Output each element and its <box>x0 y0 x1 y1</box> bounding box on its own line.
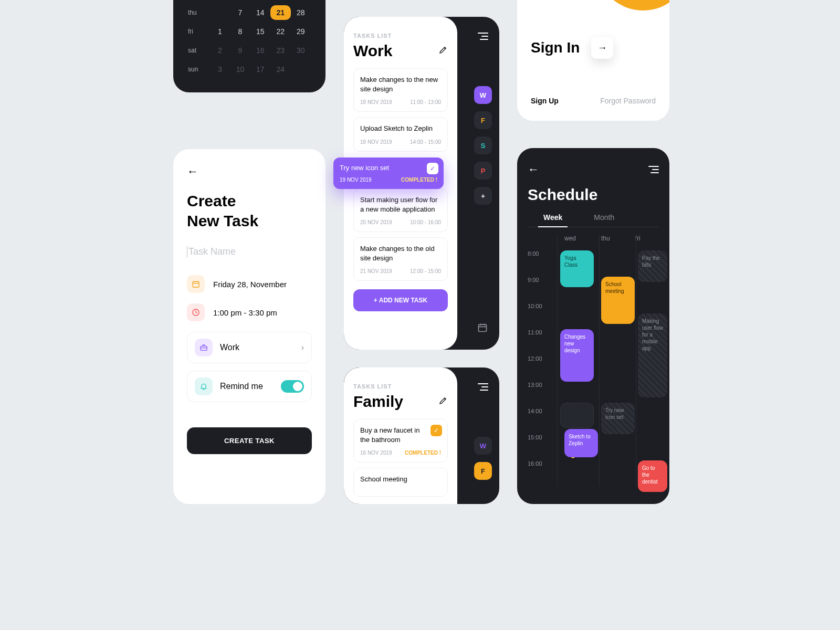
sidebar-item-work[interactable]: W <box>474 86 492 104</box>
back-arrow-icon[interactable]: ← <box>187 165 312 178</box>
task-name-input[interactable]: Task Name <box>187 246 312 257</box>
time-row[interactable]: 1:00 pm - 3:30 pm <box>187 303 312 321</box>
tab-week[interactable]: Week <box>543 213 562 222</box>
day-header: wed <box>564 235 576 242</box>
sidebar-item-family[interactable]: F <box>474 462 492 480</box>
hour-label: 8:00 <box>528 250 542 257</box>
event-flow[interactable]: Making user flow for a mobile app <box>638 313 667 397</box>
event-icons[interactable]: Try new icon set <box>601 403 635 434</box>
schedule-grid: wed thu fri 8:00 9:00 10:00 11:00 12:00 … <box>528 235 659 487</box>
edit-icon[interactable] <box>438 45 448 57</box>
event-school[interactable]: School meeting <box>601 277 635 324</box>
event-bills[interactable]: Pay the bills <box>638 250 667 282</box>
task-title: Start making user flow for a new mobile … <box>360 195 441 214</box>
clock-icon <box>187 303 205 321</box>
briefcase-icon <box>195 339 213 356</box>
hour-label: 10:00 <box>528 303 542 309</box>
task-date: 18 NOV 2019 <box>360 99 392 105</box>
work-list-panel: TASKS LIST Work Make changes to the new … <box>344 17 499 350</box>
cal-cell[interactable]: 14 <box>250 8 270 17</box>
task-status: COMPLETED ! <box>401 177 437 183</box>
schedule-panel: ← Schedule Week Month wed thu fri 8:00 9… <box>517 148 669 504</box>
cal-cell[interactable]: 10 <box>230 65 250 74</box>
sidebar-item-family[interactable]: F <box>474 111 492 129</box>
sidebar-item-work[interactable]: W <box>474 437 492 455</box>
event-placeholder[interactable] <box>560 403 594 428</box>
back-arrow-icon[interactable]: ← <box>528 163 539 176</box>
sidebar-item-personal[interactable]: P <box>474 162 492 180</box>
hour-label: 14:00 <box>528 408 542 414</box>
cal-cell[interactable]: 30 <box>291 46 311 55</box>
task-title: Make changes to the old site design <box>360 244 441 263</box>
create-task-button[interactable]: CREATE TASK <box>187 427 312 454</box>
page-title: Schedule <box>528 186 659 204</box>
cal-cell[interactable]: 24 <box>270 65 290 74</box>
cal-cell[interactable]: 8 <box>230 27 250 36</box>
menu-icon[interactable] <box>478 33 488 40</box>
cal-cell[interactable]: 2 <box>210 46 230 55</box>
signin-title: Sign In <box>531 39 580 56</box>
cal-cell-selected[interactable]: 21 <box>270 5 290 20</box>
task-date: 19 NOV 2019 <box>340 177 372 183</box>
task-card[interactable]: School meeting <box>353 468 448 496</box>
hour-label: 12:00 <box>528 355 542 362</box>
cal-cell[interactable]: 22 <box>270 27 290 36</box>
cal-cell[interactable]: 7 <box>230 8 250 17</box>
hour-label: 15:00 <box>528 434 542 440</box>
check-icon: ✓ <box>427 163 438 174</box>
tab-month[interactable]: Month <box>594 213 614 222</box>
category-row[interactable]: Work › <box>187 332 312 363</box>
calendar-icon[interactable] <box>477 322 488 335</box>
hour-label: 9:00 <box>528 277 542 283</box>
calendar-icon <box>187 275 205 293</box>
event-dentist[interactable]: Go to the dentist <box>638 460 667 492</box>
menu-icon[interactable] <box>478 383 488 391</box>
date-row[interactable]: Friday 28, November <box>187 275 312 293</box>
cal-cell[interactable]: 28 <box>291 8 311 17</box>
task-card[interactable]: Upload Sketch to Zeplin 18 NOV 201914:00… <box>353 117 448 151</box>
category-value: Work <box>220 343 239 352</box>
task-card-completed[interactable]: Try new icon set ✓ 19 NOV 2019COMPLETED … <box>333 158 444 189</box>
remind-toggle[interactable] <box>281 380 304 393</box>
list-title: Family <box>353 393 403 411</box>
cal-cell[interactable]: 23 <box>270 46 290 55</box>
signin-button[interactable]: → <box>591 37 613 59</box>
calendar-panel: wed 6 13 20 27 thu 7 14 21 28 fri 1 8 15… <box>173 0 326 92</box>
event-sketch[interactable]: Sketch to Zeplin <box>564 429 598 457</box>
cal-cell[interactable]: 9 <box>230 46 250 55</box>
decorative-circle <box>596 0 669 10</box>
task-card[interactable]: Make changes to the old site design 21 N… <box>353 237 448 281</box>
task-card[interactable]: Make changes to the new site design 18 N… <box>353 68 448 112</box>
sidebar-add-button[interactable]: + <box>474 187 492 205</box>
cal-cell[interactable]: 15 <box>250 27 270 36</box>
day-header: thu <box>601 235 610 242</box>
task-date: 21 NOV 2019 <box>360 268 392 274</box>
cal-cell[interactable]: 1 <box>210 27 230 36</box>
day-label: sun <box>188 66 210 73</box>
menu-icon[interactable] <box>648 166 659 173</box>
event-yoga[interactable]: Yoga Class <box>560 250 594 287</box>
cal-cell[interactable]: 29 <box>291 27 311 36</box>
signup-link[interactable]: Sign Up <box>531 97 559 105</box>
day-label: fri <box>188 28 210 35</box>
task-time: 11:00 - 13:00 <box>410 99 441 105</box>
add-task-button[interactable]: + ADD NEW TASK <box>353 289 448 311</box>
day-label: sat <box>188 47 210 54</box>
task-card-completed[interactable]: Buy a new faucet in the bathroom ✓ 16 NO… <box>353 419 448 463</box>
page-title: CreateNew Task <box>187 191 312 230</box>
list-title: Work <box>353 42 392 60</box>
task-title: Make changes to the new site design <box>360 75 441 94</box>
sidebar-item-sport[interactable]: S <box>474 136 492 154</box>
edit-icon[interactable] <box>438 396 448 407</box>
svg-rect-3 <box>479 324 487 331</box>
family-list-panel: TASKS LIST Family Buy a new faucet in th… <box>344 368 499 504</box>
task-date: 20 NOV 2019 <box>360 219 392 225</box>
check-icon: ✓ <box>430 425 442 436</box>
cal-cell[interactable]: 3 <box>210 65 230 74</box>
cal-cell[interactable]: 16 <box>250 46 270 55</box>
task-card[interactable]: Start making user flow for a new mobile … <box>353 188 448 232</box>
cal-cell[interactable]: 17 <box>250 65 270 74</box>
event-changes[interactable]: Changes new design <box>560 329 594 382</box>
forgot-password-link[interactable]: Forgot Password <box>600 97 656 105</box>
time-value: 1:00 pm - 3:30 pm <box>213 308 277 317</box>
